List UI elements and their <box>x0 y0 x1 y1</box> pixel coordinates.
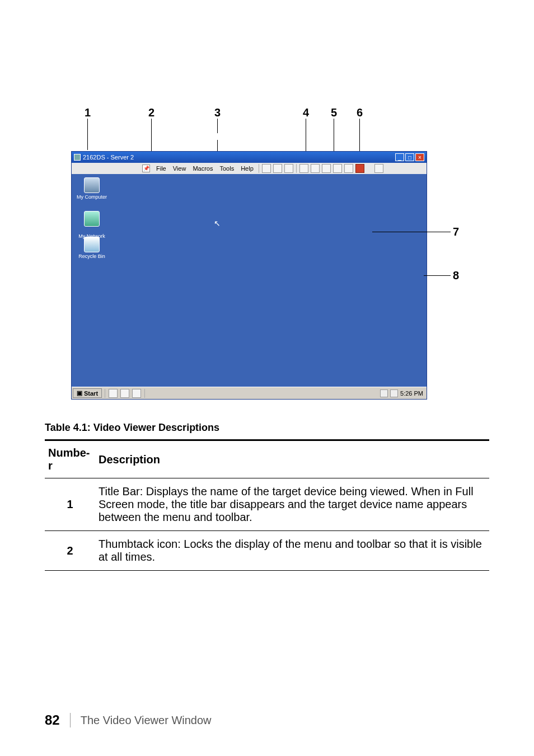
toolbar-auto-video-icon[interactable] <box>333 164 342 173</box>
tray-icon-1[interactable] <box>380 389 388 397</box>
windows-logo-icon: ▣ <box>77 389 82 397</box>
title-bar[interactable]: 2162DS - Server 2 _ □ × <box>72 152 427 163</box>
desktop-recycle-bin[interactable]: Recycle Bin <box>75 237 109 259</box>
my-computer-label: My Computer <box>77 194 107 200</box>
toolbar-session-options-icon[interactable] <box>311 164 320 173</box>
minimize-button[interactable]: _ <box>395 153 404 161</box>
app-icon <box>74 154 81 161</box>
table-row: 2 Thumbtack icon: Locks the display of t… <box>45 531 489 571</box>
toolbar-connected-users-icon[interactable] <box>355 164 364 173</box>
window-controls: _ □ × <box>395 153 424 161</box>
callout-2: 2 <box>148 106 154 119</box>
toolbar-manual-video-icon[interactable] <box>322 164 331 173</box>
callout-1: 1 <box>85 106 91 119</box>
menu-tools[interactable]: Tools <box>217 165 237 172</box>
recycle-bin-label: Recycle Bin <box>78 253 105 259</box>
taskbar[interactable]: ▣ Start 5:26 PM <box>72 387 427 399</box>
menu-file[interactable]: File <box>153 165 169 172</box>
video-viewer-window: 2162DS - Server 2 _ □ × 📌 File View Macr… <box>71 151 427 400</box>
close-button[interactable]: × <box>415 153 424 161</box>
callouts-top: 1 2 3 4 5 6 <box>71 106 463 151</box>
recycle-bin-icon <box>84 237 100 252</box>
remote-desktop-area[interactable]: My Computer My Network Places Recycle Bi… <box>72 174 427 387</box>
desktop-my-computer[interactable]: My Computer <box>75 177 109 200</box>
callout-4: 4 <box>303 106 309 119</box>
thumbtack-icon[interactable]: 📌 <box>142 165 150 172</box>
quicklaunch-icon-1[interactable] <box>109 389 118 398</box>
tray-icon-2[interactable] <box>390 389 398 397</box>
callout-8: 8 <box>453 269 459 282</box>
maximize-button[interactable]: □ <box>405 153 414 161</box>
page-number: 82 <box>45 712 60 728</box>
page-footer: 82 The Video Viewer Window <box>45 712 212 728</box>
col-header-number: Numbe-r <box>45 440 95 478</box>
start-label: Start <box>84 390 98 397</box>
toolbar-single-cursor-icon[interactable] <box>299 164 308 173</box>
row-number: 1 <box>45 478 95 531</box>
my-computer-icon <box>84 177 100 193</box>
row-description: Title Bar: Displays the name of the targ… <box>95 478 489 531</box>
menu-toolbar: 📌 File View Macros Tools Help <box>72 163 427 174</box>
menu-view[interactable]: View <box>170 165 189 172</box>
toolbar-macro-icon[interactable] <box>344 164 353 173</box>
clock: 5:26 PM <box>400 390 423 397</box>
menu-help[interactable]: Help <box>238 165 256 172</box>
table-title: Table 4.1: Video Viewer Descriptions <box>45 422 489 434</box>
toolbar-refresh-icon[interactable] <box>273 164 282 173</box>
col-header-description: Description <box>95 440 489 478</box>
table-row: 1 Title Bar: Displays the name of the ta… <box>45 478 489 531</box>
row-number: 2 <box>45 531 95 571</box>
quicklaunch-icon-2[interactable] <box>120 389 129 398</box>
network-places-icon <box>84 211 100 227</box>
toolbar-align-icon[interactable] <box>262 164 271 173</box>
mouse-cursor-icon: ↖ <box>214 219 221 228</box>
callout-7: 7 <box>453 226 459 238</box>
descriptions-table: Numbe-r Description 1 Title Bar: Display… <box>45 439 489 571</box>
toolbar-virtual-media-icon[interactable] <box>374 164 383 173</box>
window-title: 2162DS - Server 2 <box>83 154 134 161</box>
start-button[interactable]: ▣ Start <box>73 388 102 398</box>
callout-3: 3 <box>214 106 221 119</box>
quicklaunch-icon-3[interactable] <box>132 389 141 398</box>
row-description: Thumbtack icon: Locks the display of the… <box>95 531 489 571</box>
callout-5: 5 <box>331 106 337 119</box>
menu-macros[interactable]: Macros <box>190 165 216 172</box>
toolbar-screen-icon[interactable] <box>284 164 293 173</box>
chapter-title: The Video Viewer Window <box>81 714 212 727</box>
callout-6: 6 <box>357 106 363 119</box>
